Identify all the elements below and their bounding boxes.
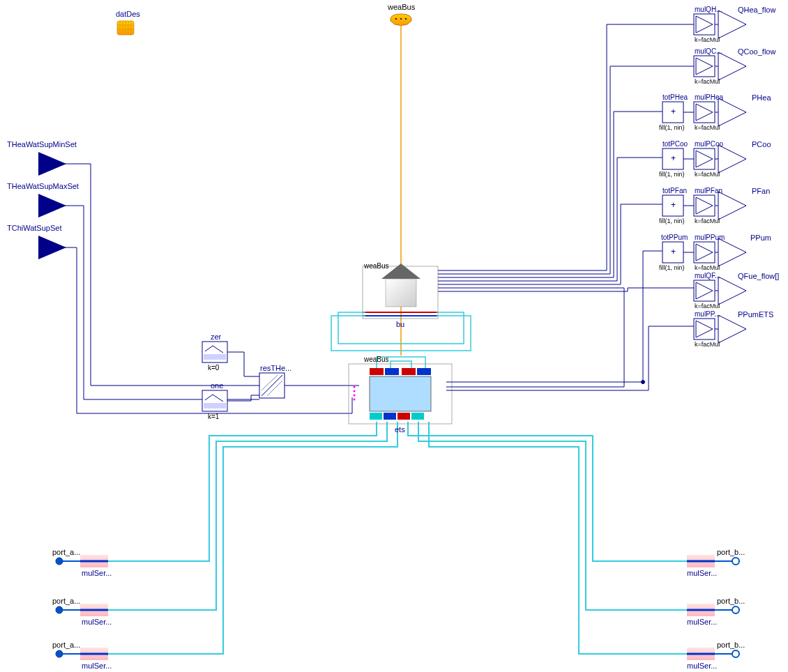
svg-rect-17 (204, 354, 226, 360)
output-pcoo[interactable]: + (662, 145, 746, 173)
lbl-out-5: PPum (750, 234, 771, 242)
lbl-tot-3: totPCoo (662, 140, 688, 148)
lbl-out-0: QHea_flow (738, 6, 775, 14)
svg-rect-19 (204, 403, 226, 408)
svg-point-92 (56, 606, 63, 613)
svg-point-88 (56, 558, 63, 565)
svg-marker-76 (718, 277, 746, 305)
svg-point-103 (732, 558, 739, 565)
lbl-mul-2: mulPHea (695, 93, 723, 101)
lbl-ets-weabus: weaBus (364, 356, 389, 363)
svg-text:+: + (671, 200, 676, 210)
lbl-out-2: PHea (752, 93, 771, 102)
output-ppum[interactable]: + (662, 238, 746, 266)
lbl-tot-4: totPFan (662, 187, 687, 194)
lbl-thea-max: THeaWatSupMaxSet (7, 182, 79, 190)
lbl-weabus: weaBus (388, 3, 415, 11)
svg-rect-36 (384, 413, 396, 420)
lbl-bui: bu (396, 320, 404, 328)
lbl-port-b-3: port_b... (717, 641, 745, 649)
svg-rect-26 (386, 279, 416, 307)
svg-rect-38 (411, 413, 424, 420)
input-thea-min[interactable] (38, 152, 66, 176)
svg-marker-72 (718, 238, 746, 266)
svg-text:+: + (671, 247, 676, 257)
lbl-one: one (211, 381, 223, 390)
ets-block[interactable] (349, 364, 452, 424)
lbl-mul-4: mulPFan (695, 187, 722, 194)
input-tchi[interactable] (38, 236, 66, 259)
datdes-icon[interactable] (117, 21, 134, 35)
svg-marker-60 (718, 145, 746, 173)
lbl-k-7: k=facMul (695, 341, 720, 348)
lbl-datdes: datDes (116, 10, 140, 18)
lbl-thea-min: THeaWatSupMinSet (7, 140, 77, 148)
output-ppumets[interactable] (694, 315, 746, 343)
one-block[interactable] (202, 390, 227, 411)
svg-marker-13 (38, 152, 66, 176)
lbl-mulser-a-2: mulSer... (82, 618, 112, 626)
lbl-tot-2: totPHea (662, 93, 688, 101)
lbl-ets: ets (395, 425, 405, 434)
lbl-mulser-b-3: mulSer... (687, 662, 717, 670)
lbl-fill-4: fill(1, nin) (659, 217, 685, 224)
port-a-2[interactable] (56, 604, 108, 616)
lbl-k-2: k=facMul (695, 124, 720, 131)
lbl-out-3: PCoo (752, 140, 771, 148)
lbl-out-6: QFue_flow[] (738, 272, 779, 280)
output-qfue[interactable] (694, 277, 746, 305)
svg-point-8 (395, 18, 397, 20)
lbl-port-a-1: port_a... (52, 548, 80, 556)
svg-point-111 (732, 650, 739, 657)
output-qcoo[interactable] (694, 52, 746, 80)
lbl-mul-0: mulQH... (695, 6, 722, 13)
svg-point-43 (642, 381, 645, 384)
lbl-port-a-3: port_a... (52, 641, 80, 649)
port-b-1[interactable] (687, 555, 739, 567)
lbl-k-6: k=facMul (695, 303, 720, 310)
port-a-1[interactable] (56, 555, 108, 567)
port-b-3[interactable] (687, 648, 739, 660)
svg-marker-46 (718, 10, 746, 38)
lbl-out-7: PPumETS (738, 310, 773, 319)
svg-text:+: + (671, 153, 676, 163)
svg-rect-37 (397, 413, 410, 420)
lbl-out-4: PFan (752, 187, 770, 195)
input-thea-max[interactable] (38, 194, 66, 217)
output-phea[interactable]: + (662, 98, 746, 126)
svg-point-96 (56, 650, 63, 657)
lbl-fill-2: fill(1, nin) (659, 124, 685, 131)
port-a-3[interactable] (56, 648, 108, 660)
lbl-tchi: TChiWatSupSet (7, 224, 61, 232)
svg-marker-66 (718, 192, 746, 220)
svg-marker-14 (38, 194, 66, 217)
resthe-block[interactable] (259, 373, 285, 398)
lbl-one-k: k=1 (208, 413, 219, 420)
svg-point-9 (400, 18, 402, 20)
lbl-mul-7: mulPP... (695, 310, 720, 318)
output-qhea[interactable] (694, 10, 746, 38)
lbl-port-a-2: port_a... (52, 597, 80, 605)
lbl-k-4: k=facMul (695, 217, 720, 224)
lbl-tot-5: totPPum (661, 234, 688, 241)
svg-text:+: + (671, 107, 676, 116)
svg-rect-34 (417, 368, 431, 375)
lbl-mul-6: mulQF... (695, 272, 720, 280)
zer-block[interactable] (202, 342, 227, 362)
svg-rect-35 (370, 413, 382, 420)
lbl-zer: zer (211, 333, 221, 341)
weabus-connector[interactable] (391, 14, 411, 26)
lbl-k-0: k=facMul (695, 36, 720, 43)
lbl-mulser-b-2: mulSer... (687, 618, 717, 626)
lbl-k-3: k=facMul (695, 171, 720, 178)
bui-block[interactable] (363, 264, 438, 319)
lbl-resthe: resTHe... (260, 364, 291, 372)
svg-point-10 (405, 18, 407, 20)
lbl-fill-5: fill(1, nin) (659, 264, 685, 271)
lbl-mulser-a-1: mulSer... (82, 569, 112, 577)
lbl-bui-weabus: weaBus (364, 262, 389, 270)
svg-rect-33 (402, 368, 416, 375)
port-b-2[interactable] (687, 604, 739, 616)
output-pfan[interactable]: + (662, 192, 746, 220)
svg-marker-54 (718, 98, 746, 126)
